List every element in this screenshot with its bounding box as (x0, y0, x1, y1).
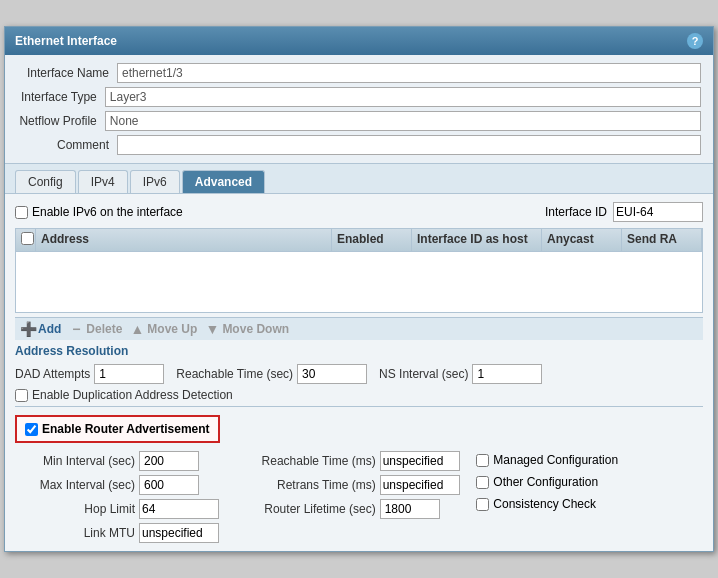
address-resolution-title: Address Resolution (15, 340, 703, 358)
tab-bar: Config IPv4 IPv6 Advanced (5, 164, 713, 194)
tab-ipv6[interactable]: IPv6 (130, 170, 180, 193)
consistency-check-label: Consistency Check (493, 497, 596, 511)
enable-ra-label: Enable Router Advertisement (42, 422, 210, 436)
ra-reachable-time-label: Reachable Time (ms) (246, 454, 376, 468)
enable-ipv6-label: Enable IPv6 on the interface (32, 205, 183, 219)
other-config-row: Other Configuration (476, 475, 703, 489)
ns-interval-field: NS Interval (sec) (379, 364, 542, 384)
enable-ra-box: Enable Router Advertisement (15, 415, 220, 443)
dialog-title-bar: Ethernet Interface ? (5, 27, 713, 55)
table-toolbar: ➕ Add − Delete ▲ Move Up ▼ Move Down (15, 317, 703, 340)
interface-type-label: Interface Type (17, 90, 105, 104)
retrans-time-label: Retrans Time (ms) (246, 478, 376, 492)
enable-ipv6-row: Enable IPv6 on the interface (15, 205, 183, 219)
ra-left-col: Min Interval (sec) Max Interval (sec) Ho… (15, 451, 242, 543)
address-resolution-section: Address Resolution DAD Attempts Reachabl… (15, 340, 703, 402)
delete-icon: − (69, 322, 83, 336)
ra-right-col: Managed Configuration Other Configuratio… (476, 451, 703, 543)
reachable-time-label: Reachable Time (sec) (176, 367, 293, 381)
enable-dad-row: Enable Duplication Address Detection (15, 388, 703, 402)
interface-type-select[interactable]: Layer3 (105, 87, 701, 107)
comment-label: Comment (17, 138, 117, 152)
ns-interval-label: NS Interval (sec) (379, 367, 468, 381)
router-lifetime-row: Router Lifetime (sec) (246, 499, 473, 519)
netflow-profile-label: Netflow Profile (17, 114, 105, 128)
link-mtu-row: Link MTU unspecified (15, 523, 242, 543)
link-mtu-label: Link MTU (15, 526, 135, 540)
enable-ra-checkbox[interactable] (25, 423, 38, 436)
table-header: Address Enabled Interface ID as host Any… (16, 229, 702, 252)
ns-interval-input[interactable] (472, 364, 542, 384)
retrans-time-select[interactable]: unspecified (380, 475, 460, 495)
ra-reachable-time-select[interactable]: unspecified (380, 451, 460, 471)
comment-input[interactable] (117, 135, 701, 155)
dialog-title-text: Ethernet Interface (15, 34, 117, 48)
dad-attempts-label: DAD Attempts (15, 367, 90, 381)
help-icon[interactable]: ? (687, 33, 703, 49)
retrans-time-row: Retrans Time (ms) unspecified (246, 475, 473, 495)
delete-button[interactable]: − Delete (69, 322, 122, 336)
hop-limit-select[interactable]: 64 (139, 499, 219, 519)
managed-config-row: Managed Configuration (476, 453, 703, 467)
ra-middle-col: Reachable Time (ms) unspecified Retrans … (246, 451, 473, 543)
tab-advanced[interactable]: Advanced (182, 170, 265, 193)
reachable-time-field: Reachable Time (sec) (176, 364, 367, 384)
ipv6-top-row: Enable IPv6 on the interface Interface I… (15, 202, 703, 222)
tab-content-advanced: Enable IPv6 on the interface Interface I… (5, 194, 713, 551)
max-interval-input[interactable] (139, 475, 199, 495)
min-interval-label: Min Interval (sec) (15, 454, 135, 468)
move-up-button[interactable]: ▲ Move Up (130, 322, 197, 336)
move-up-icon: ▲ (130, 322, 144, 336)
netflow-profile-select[interactable]: None (105, 111, 701, 131)
hop-limit-label: Hop Limit (15, 502, 135, 516)
enable-dad-checkbox[interactable] (15, 389, 28, 402)
router-lifetime-label: Router Lifetime (sec) (246, 502, 376, 516)
router-lifetime-input[interactable] (380, 499, 440, 519)
move-down-icon: ▼ (205, 322, 219, 336)
ra-section: Min Interval (sec) Max Interval (sec) Ho… (15, 451, 703, 543)
table-col-enabled: Enabled (332, 229, 412, 251)
table-body (16, 252, 702, 312)
other-config-label: Other Configuration (493, 475, 598, 489)
max-interval-row: Max Interval (sec) (15, 475, 242, 495)
interface-type-row: Interface Type Layer3 (17, 87, 701, 107)
table-col-send-ra: Send RA (622, 229, 702, 251)
address-table: Address Enabled Interface ID as host Any… (15, 228, 703, 313)
divider (15, 406, 703, 407)
add-button[interactable]: ➕ Add (21, 322, 61, 336)
interface-name-label: Interface Name (17, 66, 117, 80)
table-col-interface-id: Interface ID as host (412, 229, 542, 251)
table-col-checkbox (16, 229, 36, 251)
form-area: Interface Name Interface Type Layer3 Net… (5, 55, 713, 164)
dad-attempts-field: DAD Attempts (15, 364, 164, 384)
managed-config-label: Managed Configuration (493, 453, 618, 467)
dad-attempts-input[interactable] (94, 364, 164, 384)
tab-config[interactable]: Config (15, 170, 76, 193)
table-col-address: Address (36, 229, 332, 251)
interface-name-row: Interface Name (17, 63, 701, 83)
comment-row: Comment (17, 135, 701, 155)
reachable-time-input[interactable] (297, 364, 367, 384)
ra-reachable-time-row: Reachable Time (ms) unspecified (246, 451, 473, 471)
table-select-all[interactable] (21, 232, 34, 245)
enable-ipv6-checkbox[interactable] (15, 206, 28, 219)
add-icon: ➕ (21, 322, 35, 336)
link-mtu-select[interactable]: unspecified (139, 523, 219, 543)
min-interval-row: Min Interval (sec) (15, 451, 242, 471)
consistency-check-checkbox[interactable] (476, 498, 489, 511)
managed-config-checkbox[interactable] (476, 454, 489, 467)
hop-limit-row: Hop Limit 64 (15, 499, 242, 519)
table-col-anycast: Anycast (542, 229, 622, 251)
min-interval-input[interactable] (139, 451, 199, 471)
interface-id-select[interactable]: EUI-64 (613, 202, 703, 222)
tab-ipv4[interactable]: IPv4 (78, 170, 128, 193)
other-config-checkbox[interactable] (476, 476, 489, 489)
enable-dad-label: Enable Duplication Address Detection (32, 388, 233, 402)
interface-name-input[interactable] (117, 63, 701, 83)
move-down-button[interactable]: ▼ Move Down (205, 322, 289, 336)
consistency-check-row: Consistency Check (476, 497, 703, 511)
dad-row: DAD Attempts Reachable Time (sec) NS Int… (15, 364, 703, 384)
max-interval-label: Max Interval (sec) (15, 478, 135, 492)
interface-id-row: Interface ID EUI-64 (545, 202, 703, 222)
netflow-profile-row: Netflow Profile None (17, 111, 701, 131)
